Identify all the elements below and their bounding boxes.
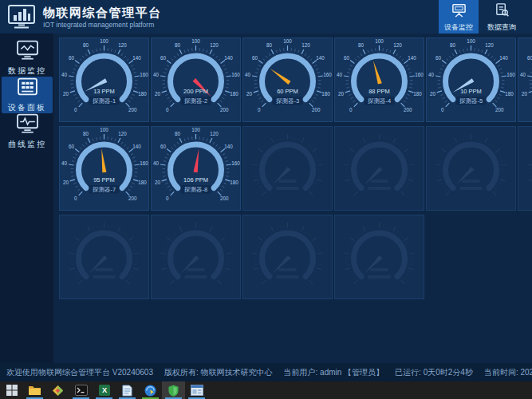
svg-text:200: 200 — [128, 196, 137, 201]
panel-grid-icon — [17, 77, 38, 100]
gauge-panel-r3c4[interactable] — [334, 215, 424, 299]
gauge-panel-r3c3[interactable] — [242, 215, 333, 299]
gauge-panel-探测器-5[interactable]: 02040608010012014016018020010 PPM探测器-5 — [426, 38, 516, 122]
svg-text:80: 80 — [266, 42, 273, 48]
svg-text:40: 40 — [520, 72, 526, 77]
sidebar-item-curve-monitor[interactable]: 曲线监控 — [2, 113, 53, 150]
svg-text:140: 140 — [224, 55, 233, 61]
title-block: 物联网综合管理平台 IOT integrated management plat… — [43, 6, 162, 29]
taskbar-browser[interactable] — [139, 381, 162, 399]
sidebar-item-device-panel[interactable]: 设备面板 — [2, 77, 53, 113]
svg-text:100: 100 — [283, 38, 292, 44]
svg-text:160: 160 — [506, 72, 515, 77]
svg-text:180: 180 — [230, 180, 238, 185]
svg-text:60: 60 — [160, 55, 167, 61]
gauge-panel-r2c6[interactable] — [518, 126, 532, 211]
svg-text:探测器-1: 探测器-1 — [93, 97, 116, 105]
folder-icon — [28, 385, 41, 396]
nav-clipped-nav[interactable] — [525, 0, 532, 34]
gauge-panel-r3c1[interactable] — [59, 215, 149, 299]
taskbar-dev-tool[interactable] — [46, 381, 69, 399]
svg-text:200: 200 — [128, 107, 137, 113]
svg-text:60: 60 — [344, 55, 350, 61]
gauge-panel-r2c5[interactable] — [426, 126, 516, 211]
svg-text:160: 160 — [323, 72, 332, 77]
gauge-panel-r1c6[interactable]: 020406080100120140160180200 — [518, 38, 532, 122]
taskbar-app-window[interactable] — [185, 381, 208, 399]
svg-text:20: 20 — [246, 91, 253, 97]
svg-text:40: 40 — [153, 72, 160, 77]
app-subtitle: IOT integrated management platform — [43, 21, 162, 29]
header-nav: 设备监控数据查询 — [439, 0, 532, 34]
svg-text:180: 180 — [138, 180, 147, 185]
svg-text:200: 200 — [404, 107, 412, 113]
taskbar-notepad[interactable] — [116, 381, 139, 399]
svg-text:80: 80 — [83, 131, 89, 136]
svg-text:180: 180 — [413, 91, 422, 97]
svg-text:探测器-4: 探测器-4 — [368, 97, 391, 105]
taskbar-start[interactable] — [0, 381, 23, 399]
sidebar-item-data-monitor[interactable]: 数据监控 — [2, 40, 53, 77]
taskbar-security-app[interactable] — [162, 381, 185, 399]
svg-text:60: 60 — [252, 55, 258, 61]
svg-text:120: 120 — [118, 131, 127, 136]
svg-text:200: 200 — [312, 107, 321, 113]
svg-text:140: 140 — [132, 55, 141, 61]
gauge-panel-r3c2[interactable] — [151, 215, 241, 299]
notepad-icon — [122, 385, 132, 397]
svg-text:100: 100 — [375, 38, 384, 44]
svg-text:60: 60 — [527, 55, 532, 61]
svg-text:探测器-2: 探测器-2 — [184, 97, 207, 105]
status-copyright: 版权所有: 物联网技术研究中心 — [164, 367, 273, 378]
gauge-panel-探测器-8[interactable]: 020406080100120140160180200106 PPM探测器-8 — [151, 126, 241, 211]
windows-start-icon — [6, 385, 18, 396]
svg-text:100: 100 — [191, 38, 200, 44]
shield-icon — [168, 385, 179, 397]
svg-text:60: 60 — [69, 144, 75, 149]
svg-text:200 PPM: 200 PPM — [183, 88, 208, 95]
gauge-panel-探测器-1[interactable]: 02040608010012014016018020013 PPM探测器-1 — [59, 38, 149, 122]
svg-text:160: 160 — [415, 72, 424, 77]
gauge-panel-r2c3[interactable] — [242, 126, 333, 211]
svg-text:探测器-8: 探测器-8 — [184, 186, 207, 193]
svg-text:20: 20 — [522, 91, 528, 97]
status-bar: 欢迎使用物联网综合管理平台 V20240603版权所有: 物联网技术研究中心当前… — [0, 363, 532, 381]
status-user: 当前用户: admin 【管理员】 — [284, 367, 384, 378]
svg-text:200: 200 — [220, 196, 229, 201]
svg-text:0: 0 — [74, 196, 77, 201]
svg-text:0: 0 — [166, 196, 169, 201]
svg-text:120: 120 — [485, 42, 494, 48]
svg-text:180: 180 — [138, 91, 147, 97]
svg-text:160: 160 — [140, 160, 148, 166]
windows-taskbar: X — [0, 381, 532, 399]
monitor-chart-icon — [8, 5, 35, 30]
gauge-panel-探测器-7[interactable]: 02040608010012014016018020095 PPM探测器-7 — [59, 126, 149, 211]
gauge-grid: 02040608010012014016018020013 PPM探测器-102… — [54, 34, 532, 299]
svg-text:40: 40 — [153, 160, 160, 166]
excel-icon: X — [99, 385, 110, 396]
gauge-panel-探测器-3[interactable]: 02040608010012014016018020060 PPM探测器-3 — [242, 38, 333, 122]
svg-text:80: 80 — [358, 42, 365, 48]
gauge-panel-探测器-2[interactable]: 020406080100120140160180200200 PPM探测器-2 — [151, 38, 241, 122]
sidebar-item-label: 曲线监控 — [8, 139, 46, 150]
nav-label: 数据查询 — [487, 22, 516, 33]
taskbar-file-explorer[interactable] — [23, 381, 46, 399]
svg-text:60: 60 — [435, 55, 442, 61]
svg-text:100: 100 — [467, 38, 475, 44]
nav-device-monitor[interactable]: 设备监控 — [439, 0, 479, 34]
svg-text:100: 100 — [100, 38, 108, 44]
gauge-panel-探测器-4[interactable]: 02040608010012014016018020088 PPM探测器-4 — [334, 38, 424, 122]
svg-text:180: 180 — [505, 91, 514, 97]
svg-text:13 PPM: 13 PPM — [93, 88, 115, 95]
svg-text:160: 160 — [231, 160, 240, 166]
monitor-wave-icon — [17, 40, 38, 63]
svg-text:探测器-7: 探测器-7 — [93, 186, 116, 193]
nav-data-query[interactable]: 数据查询 — [482, 0, 522, 34]
taskbar-terminal[interactable] — [69, 381, 93, 399]
svg-text:40: 40 — [428, 72, 435, 77]
svg-text:140: 140 — [408, 55, 416, 61]
taskbar-spreadsheet[interactable]: X — [93, 381, 116, 399]
sidebar: 数据监控设备面板曲线监控 — [0, 34, 54, 363]
gauge-panel-r2c4[interactable] — [334, 126, 424, 211]
terminal-icon — [75, 385, 88, 396]
